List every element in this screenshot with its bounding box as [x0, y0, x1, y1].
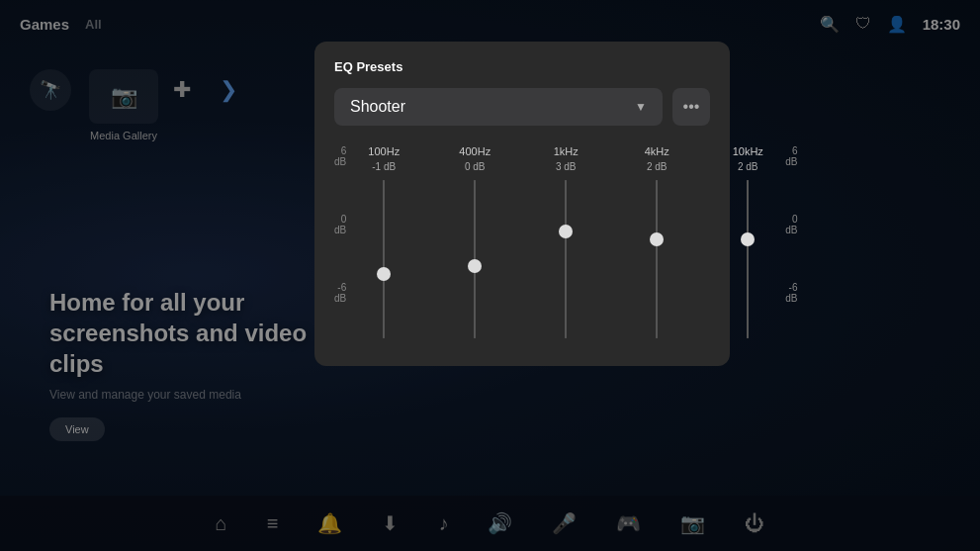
scale-top-left: 6 dB — [334, 145, 346, 167]
scale-bot-right: -6 dB — [785, 282, 797, 304]
slider-thumb-10khz[interactable] — [741, 232, 755, 246]
slider-400hz[interactable] — [474, 180, 476, 338]
scale-bot-left: -6 dB — [334, 282, 346, 304]
eq-more-button[interactable]: ••• — [672, 88, 710, 126]
scale-top-right: 6 dB — [785, 145, 797, 167]
dropdown-arrow-icon: ▼ — [635, 100, 647, 114]
eq-dropdown-row: Shooter ▼ ••• — [334, 88, 710, 126]
slider-1khz[interactable] — [565, 180, 567, 338]
slider-thumb-1khz[interactable] — [559, 225, 573, 238]
freq-10khz: 10kHz — [733, 145, 763, 157]
eq-modal: EQ Presets Shooter ▼ ••• 6 dB 0 dB -6 dB… — [314, 42, 730, 366]
eq-scale-left: 6 dB 0 dB -6 dB — [334, 145, 346, 304]
slider-thumb-100hz[interactable] — [377, 267, 391, 281]
slider-100hz[interactable] — [383, 180, 385, 338]
eq-modal-title: EQ Presets — [334, 59, 402, 74]
db-400hz: 0 dB — [465, 161, 486, 172]
freq-400hz: 400Hz — [459, 145, 490, 157]
db-10khz: 2 dB — [738, 161, 758, 172]
freq-1khz: 1kHz — [554, 145, 579, 157]
db-1khz: 3 dB — [556, 161, 577, 172]
eq-band-4khz: 4kHz 2 dB — [627, 145, 686, 338]
slider-track-100hz — [383, 180, 385, 338]
eq-band-100hz: 100Hz -1 dB — [354, 145, 413, 338]
db-4khz: 2 dB — [647, 161, 668, 172]
eq-band-10khz: 10kHz 2 dB — [718, 145, 777, 338]
freq-100hz: 100Hz — [368, 145, 400, 157]
slider-track-1khz — [565, 180, 567, 338]
eq-bands: 100Hz -1 dB 400Hz 0 dB 1kHz 3 dB — [354, 145, 777, 338]
eq-modal-header: EQ Presets — [334, 59, 710, 74]
more-icon: ••• — [683, 98, 700, 116]
slider-thumb-4khz[interactable] — [650, 232, 664, 246]
scale-mid-left: 0 dB — [334, 214, 346, 235]
db-100hz: -1 dB — [372, 161, 396, 172]
slider-4khz[interactable] — [656, 180, 658, 338]
freq-4khz: 4kHz — [645, 145, 669, 157]
eq-preset-dropdown[interactable]: Shooter ▼ — [334, 88, 663, 126]
slider-10khz[interactable] — [747, 180, 749, 338]
scale-mid-right: 0 dB — [785, 214, 797, 235]
slider-track-4khz — [656, 180, 658, 338]
eq-band-1khz: 1kHz 3 dB — [536, 145, 595, 338]
eq-preset-value: Shooter — [350, 98, 405, 116]
slider-track-10khz — [747, 180, 749, 338]
eq-band-400hz: 400Hz 0 dB — [445, 145, 504, 338]
eq-scale-right: 6 dB 0 dB -6 dB — [785, 145, 797, 304]
slider-thumb-400hz[interactable] — [468, 259, 482, 273]
eq-content: 6 dB 0 dB -6 dB 100Hz -1 dB 400Hz 0 dB — [334, 145, 710, 338]
